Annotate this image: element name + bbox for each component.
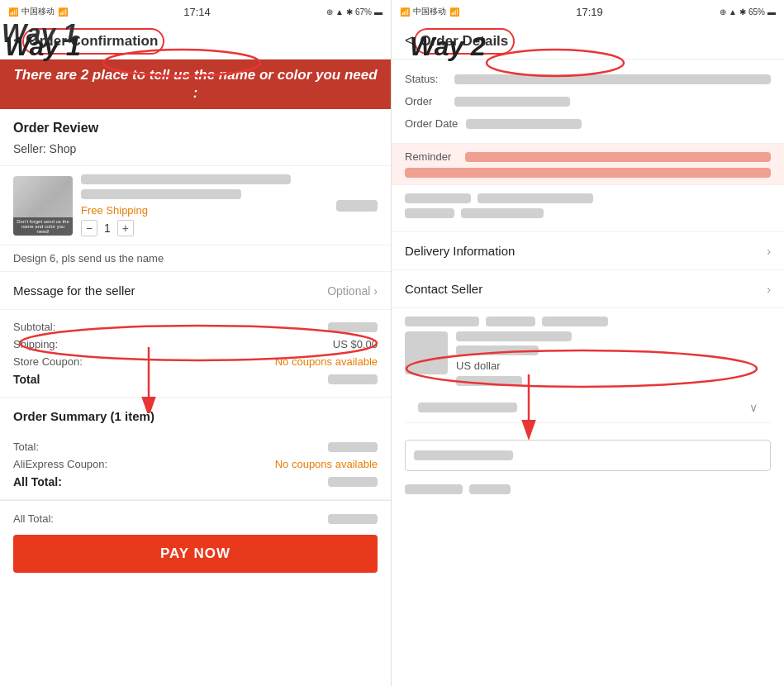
free-shipping-text: Free Shipping — [81, 204, 328, 217]
order-blur — [454, 97, 570, 107]
way1-label: Way 1 — [2, 18, 78, 49]
reminder-row: Reminder — [405, 150, 771, 163]
left-section-content: Order Review Seller: Shop Don't forget s… — [0, 109, 391, 686]
pay-now-button[interactable]: PAY NOW — [13, 535, 378, 573]
contact-seller-chevron-icon: › — [767, 283, 771, 296]
announcement-banner: There are 2 place to tell us the name or… — [0, 60, 391, 109]
store-coupon-row: Store Coupon: No coupons available — [13, 353, 378, 370]
dropdown-row[interactable]: ∨ — [405, 393, 771, 423]
product-name-blur-1 — [81, 174, 291, 184]
delivery-label: Delivery Information — [405, 244, 515, 258]
right-product-row: US dollar — [405, 331, 771, 386]
input-blur — [414, 450, 513, 460]
order-summary-title: Order Summary (1 item) — [0, 398, 391, 430]
message-optional: Optional › — [327, 284, 378, 298]
shipping-row: Shipping: US $0.00 — [13, 336, 378, 353]
total-row: Total — [13, 370, 378, 388]
status-battery-left: ⊕ ▲ ✱ 67% ▬ — [326, 7, 382, 17]
bottom-section: All Total: PAY NOW — [0, 500, 391, 584]
signal-icon: 📶 — [8, 7, 18, 17]
qty-decrease-button[interactable]: − — [81, 220, 97, 236]
qty-value: 1 — [104, 222, 111, 235]
bluetooth-icon-r: ✱ — [739, 7, 746, 17]
right-product-img — [405, 331, 448, 374]
order-date-blur — [466, 119, 582, 129]
status-field-row: Status: — [405, 68, 771, 90]
order-label: Order — [405, 95, 446, 107]
ali-coupon-row: AliExpress Coupon: No coupons available — [13, 455, 378, 473]
reminder-section: Reminder — [392, 144, 784, 185]
summary-section: Total: AliExpress Coupon: No coupons ava… — [0, 430, 391, 500]
blur-row-1 — [405, 193, 771, 203]
reminder-blur-2 — [405, 168, 771, 178]
delivery-chevron-icon: › — [767, 245, 771, 258]
dollar-label: US dollar — [456, 360, 771, 372]
cost-section: Subtotal: Shipping: US $0.00 Store Coupo… — [0, 310, 391, 398]
right-product-row-wrap: US dollar — [405, 331, 771, 386]
dropdown-blur — [418, 403, 517, 412]
blur-row-2 — [405, 208, 771, 218]
wifi-icon-r: 📶 — [449, 7, 459, 17]
qty-increase-button[interactable]: + — [117, 220, 134, 236]
dropdown-chevron-icon: ∨ — [749, 401, 758, 414]
total-blur — [328, 374, 378, 384]
message-chevron-icon: › — [373, 284, 378, 298]
message-for-seller-row[interactable]: Message for the seller Optional › — [0, 272, 391, 310]
subtotal-row: Subtotal: — [13, 318, 378, 336]
product-row: Don't forget send us the name and color … — [0, 165, 391, 245]
order-review-title: Order Review — [0, 109, 391, 139]
no-coupons-ali: No coupons available — [275, 458, 378, 470]
status-carrier-right: 📶 中国移动 📶 — [400, 6, 459, 17]
app-header-right: < Order Details — [392, 23, 784, 60]
status-carrier-left: 📶 中国移动 📶 — [8, 6, 68, 17]
reminder-blur-1 — [465, 152, 771, 162]
order-date-row: Order Date — [405, 112, 771, 135]
signal-icon-r: 📶 — [400, 7, 410, 17]
right-product-details: US dollar — [456, 331, 771, 386]
bottom-blur-row — [405, 484, 771, 494]
product-image-label: Don't forget send us the name and color … — [13, 217, 73, 236]
reminder-label: Reminder — [405, 150, 459, 163]
header-title-right: Order Details — [421, 33, 509, 50]
signal2-icon: ▲ — [335, 7, 344, 17]
status-label: Status: — [405, 73, 446, 85]
subtotal-blur — [328, 322, 378, 332]
bottom-blur-section — [392, 479, 784, 504]
product-price-blur — [336, 200, 378, 212]
message-label: Message for the seller — [13, 283, 135, 298]
battery-icon-r: ▬ — [767, 7, 776, 17]
quantity-control: − 1 + — [81, 220, 328, 236]
no-coupons-left: No coupons available — [275, 355, 378, 368]
bottom-total-row: All Total: — [13, 509, 378, 528]
contact-seller-row[interactable]: Contact Seller › — [392, 270, 784, 308]
right-status-section: Status: Order Order Date — [392, 60, 784, 144]
delivery-information-row[interactable]: Delivery Information › — [392, 232, 784, 270]
battery-icon: ▬ — [374, 7, 382, 17]
status-time-right: 17:19 — [576, 6, 603, 18]
status-blur — [454, 74, 771, 84]
blur-row-3 — [405, 317, 771, 326]
all-total-row: All Total: — [13, 473, 378, 491]
right-blurred-section — [392, 185, 784, 232]
back-button-right[interactable]: < — [405, 32, 414, 50]
right-product-section: US dollar ∨ — [392, 308, 784, 431]
product-name-blur-2 — [81, 189, 241, 199]
right-bottom-input[interactable] — [405, 440, 771, 471]
location-icon-r: ⊕ — [720, 7, 726, 17]
order-date-label: Order Date — [405, 117, 458, 130]
order-field-row: Order — [405, 90, 771, 112]
bluetooth-icon: ✱ — [346, 7, 353, 17]
status-battery-right: ⊕ ▲ ✱ 65% ▬ — [720, 7, 776, 17]
summary-total-row: Total: — [13, 438, 378, 455]
signal2-icon-r: ▲ — [729, 7, 737, 17]
left-panel: 📶 中国移动 📶 17:14 ⊕ ▲ ✱ 67% ▬ < Order Confi… — [0, 0, 392, 686]
contact-seller-label: Contact Seller — [405, 282, 482, 296]
status-time-left: 17:14 — [183, 6, 211, 18]
status-bar-right: 📶 中国移动 📶 17:19 ⊕ ▲ ✱ 65% ▬ — [392, 0, 784, 23]
seller-info: Seller: Shop — [0, 139, 391, 165]
product-details: Free Shipping − 1 + — [73, 174, 336, 236]
right-panel: 📶 中国移动 📶 17:19 ⊕ ▲ ✱ 65% ▬ < Order Detai… — [392, 0, 784, 686]
wifi-icon: 📶 — [58, 7, 68, 17]
location-icon: ⊕ — [326, 7, 333, 17]
design-note: Design 6, pls send us the name — [0, 245, 391, 272]
